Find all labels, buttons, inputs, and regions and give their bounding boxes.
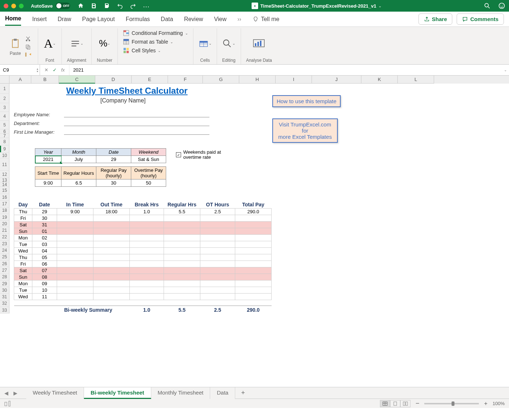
employee-name-field[interactable] (64, 117, 209, 117)
zoom-window-icon[interactable] (19, 4, 24, 8)
col-header-L[interactable]: L (398, 76, 434, 84)
prev-sheet-icon[interactable]: ◀ (4, 390, 8, 396)
tab-data[interactable]: Data (161, 13, 173, 25)
row-header-5[interactable]: 5 (0, 121, 9, 129)
col-header-I[interactable]: I (276, 76, 312, 84)
page-layout-view-button[interactable] (390, 400, 400, 407)
row-header-27[interactable]: 27 (0, 267, 9, 274)
col-header-A[interactable]: A (9, 76, 31, 84)
row-header-18[interactable]: 18 (0, 207, 9, 214)
row-header-19[interactable]: 19 (0, 214, 9, 221)
undo-icon[interactable] (117, 3, 123, 9)
col-header-G[interactable]: G (203, 76, 239, 84)
regular-hours-cell[interactable]: 6.5 (61, 179, 96, 187)
row-header-8[interactable]: 8 (0, 138, 9, 145)
sheet-tab-3[interactable]: Data (210, 387, 235, 399)
regular-pay-cell[interactable]: 30 (96, 179, 131, 187)
start-time-cell[interactable]: 9:00 (35, 179, 61, 187)
manager-field[interactable] (64, 134, 209, 135)
row-header-2[interactable]: 2 (0, 94, 9, 103)
howto-box[interactable]: How to use this template (272, 95, 341, 107)
save-as-icon[interactable] (104, 3, 110, 9)
row-header-20[interactable]: 20 (0, 221, 9, 227)
name-box-expand-icon[interactable]: ▴▾ (37, 68, 38, 73)
row-header-21[interactable]: 21 (0, 227, 9, 234)
month-cell[interactable]: July (61, 156, 96, 163)
home-icon[interactable] (77, 3, 84, 9)
row-header-33[interactable]: 33 (0, 307, 9, 314)
row-header-28[interactable]: 28 (0, 274, 9, 280)
number-button[interactable]: %⌄ (98, 37, 111, 50)
sheet-title[interactable]: Weekly TimeSheet Calculator (66, 86, 188, 96)
conditional-formatting-button[interactable]: Conditional Formatting⌄ (123, 30, 188, 36)
tab-view[interactable]: View (214, 13, 227, 25)
smiley-icon[interactable] (498, 2, 505, 9)
more-icon[interactable]: ⋯ (143, 3, 149, 9)
col-header-J[interactable]: J (312, 76, 361, 84)
zoom-slider[interactable] (424, 403, 479, 404)
normal-view-button[interactable] (380, 400, 390, 407)
search-icon[interactable] (484, 2, 491, 9)
col-header-D[interactable]: D (95, 76, 132, 84)
zoom-level[interactable]: 100% (493, 401, 505, 406)
more-tabs-icon[interactable]: ›› (237, 16, 241, 23)
enter-formula-icon[interactable]: ✓ (53, 67, 57, 73)
col-header-K[interactable]: K (361, 76, 398, 84)
format-as-table-button[interactable]: Format as Table⌄ (123, 39, 188, 45)
redo-icon[interactable] (130, 3, 136, 9)
row-header-17[interactable]: 17 (0, 201, 9, 207)
tab-home[interactable]: Home (5, 12, 21, 26)
save-icon[interactable] (91, 3, 97, 9)
row-header-14[interactable]: 14 (0, 182, 9, 187)
col-header-F[interactable]: F (168, 76, 203, 84)
format-painter-icon[interactable] (25, 52, 33, 58)
cells-button[interactable]: ⌄ (199, 37, 212, 50)
row-header-24[interactable]: 24 (0, 247, 9, 254)
row-header-10[interactable]: 10 (0, 153, 9, 158)
tab-page-layout[interactable]: Page Layout (82, 13, 115, 25)
zoom-out-button[interactable]: − (416, 400, 420, 407)
col-header-B[interactable]: B (31, 76, 59, 84)
overtime-checkbox[interactable]: ✓ Weekends paid at overtime rate (176, 150, 221, 160)
tab-formulas[interactable]: Formulas (126, 13, 150, 25)
close-window-icon[interactable] (4, 4, 8, 8)
tab-draw[interactable]: Draw (57, 13, 71, 25)
next-sheet-icon[interactable]: ▶ (13, 390, 17, 396)
checkbox-icon[interactable]: ✓ (176, 152, 181, 157)
cancel-formula-icon[interactable]: ✕ (44, 67, 48, 73)
col-header-H[interactable]: H (239, 76, 276, 84)
year-cell[interactable]: 2021 ▼ (35, 156, 61, 163)
date-cell[interactable]: 29 (96, 156, 131, 163)
row-header-9[interactable]: 9 (0, 145, 9, 153)
tell-me[interactable]: Tell me (252, 16, 280, 23)
spreadsheet-grid[interactable]: ABCDEFGHIJKL 123456789101112131415161718… (0, 76, 509, 387)
row-header-12[interactable]: 12 (0, 171, 9, 178)
add-sheet-button[interactable]: + (237, 388, 249, 398)
font-button[interactable]: A⌄ (43, 37, 56, 50)
editing-button[interactable]: ⌄ (222, 37, 235, 50)
sheet-tab-1[interactable]: Bi-weekly Timesheet (84, 387, 151, 399)
share-button[interactable]: Share (418, 13, 453, 25)
minimize-window-icon[interactable] (11, 4, 16, 8)
zoom-in-button[interactable]: + (484, 400, 487, 407)
row-header-3[interactable]: 3 (0, 103, 9, 112)
autosave-toggle[interactable]: AutoSave OFF (31, 3, 70, 9)
row-header-25[interactable]: 25 (0, 254, 9, 261)
row-header-1[interactable]: 1 (0, 84, 9, 94)
row-header-30[interactable]: 30 (0, 287, 9, 294)
alignment-button[interactable]: ⌄ (70, 37, 83, 50)
fx-icon[interactable]: fx (61, 67, 65, 73)
row-header-31[interactable]: 31 (0, 294, 9, 300)
row-header-23[interactable]: 23 (0, 241, 9, 247)
tab-insert[interactable]: Insert (32, 13, 47, 25)
visit-box[interactable]: Visit TrumpExcel.com for more Excel Temp… (272, 118, 338, 143)
comments-button[interactable]: Comments (457, 13, 504, 25)
chevron-down-icon[interactable]: ⌄ (378, 4, 381, 8)
expand-formula-bar-icon[interactable]: ⌄ (502, 65, 509, 75)
formula-input[interactable]: 2021 (69, 65, 502, 75)
page-break-view-button[interactable] (400, 400, 410, 407)
paste-button[interactable] (9, 37, 22, 50)
col-header-C[interactable]: C (59, 76, 95, 84)
row-header-22[interactable]: 22 (0, 234, 9, 241)
row-header-16[interactable]: 16 (0, 194, 9, 201)
